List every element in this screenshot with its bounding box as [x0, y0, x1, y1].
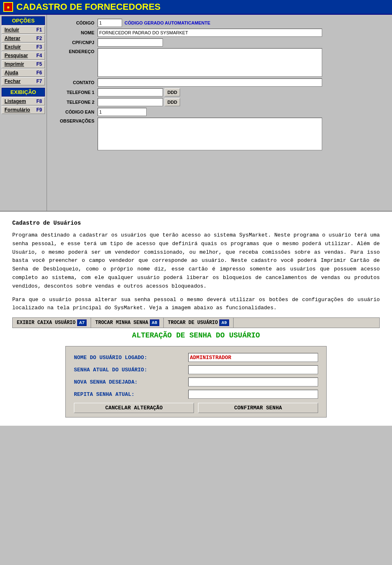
form-panel: CÓDIGO CÓDIGO GERADO AUTOMATICAMENTE NOM…	[47, 15, 392, 211]
pesquisar-label: Pesquisar	[4, 53, 28, 58]
incluir-key: F1	[36, 27, 42, 33]
imprimir-button[interactable]: Imprimir F5	[2, 60, 45, 68]
telefone2-row: TELEFONE 2 DDD	[53, 98, 386, 106]
action-bar: EXIBIR CAIXA USUÁRIO A7 TROCAR MINHA SEN…	[12, 317, 380, 328]
exibir-caixa-button[interactable]: EXIBIR CAIXA USUÁRIO A7	[13, 318, 91, 328]
endereco-textarea[interactable]	[98, 48, 322, 77]
senha-atual-label: SENHA ATUAL DO USUÁRIO:	[74, 367, 188, 373]
trocar-senha-button[interactable]: TROCAR MINHA SENHA A8	[91, 318, 164, 328]
trocar-usuario-label: TROCAR DE USUÁRIO	[168, 320, 218, 326]
codigo-ean-label: CÓDIGO EAN	[53, 109, 98, 114]
doc-paragraph-2: Para que o usuário possa alterar sua sen…	[12, 296, 380, 313]
senha-nome-value: ADMINISTRADOR	[188, 353, 318, 362]
excluir-label: Excluir	[4, 44, 21, 50]
fechar-key: F7	[36, 78, 42, 84]
trocar-senha-key: A8	[150, 319, 159, 326]
alterar-button[interactable]: Alterar F2	[2, 34, 45, 42]
incluir-label: Incluir	[4, 27, 19, 33]
listagem-key: F8	[36, 98, 42, 104]
telefone1-input[interactable]	[98, 88, 163, 96]
contato-row: CONTATO	[53, 78, 386, 87]
telefone1-row: TELEFONE 1 DDD	[53, 88, 386, 96]
repita-senha-row: REPITA SENHA ATUAL:	[74, 390, 318, 399]
fechar-label: Fechar	[4, 78, 20, 84]
telefone2-label: TELEFONE 2	[53, 100, 98, 105]
contato-input[interactable]	[98, 78, 322, 87]
contato-label: CONTATO	[53, 80, 98, 85]
cancelar-alteracao-button[interactable]: CANCELAR ALTERAÇÃO	[74, 403, 194, 413]
title-bar: ■ CADASTRO DE FORNECEDORES	[0, 0, 392, 15]
nome-row: NOME	[53, 29, 386, 37]
formulario-key: F9	[36, 107, 42, 113]
senha-atual-input[interactable]	[188, 365, 318, 374]
trocar-usuario-button[interactable]: TROCAR DE USUÁRIO A9	[164, 318, 234, 328]
ddd1-button[interactable]: DDD	[165, 88, 180, 96]
trocar-senha-label: TROCAR MINHA SENHA	[95, 320, 148, 326]
doc-title: Cadastro de Usuários	[12, 220, 380, 226]
trocar-usuario-key: A9	[219, 319, 229, 326]
nova-senha-label: NOVA SENHA DESEJADA:	[74, 379, 188, 385]
formulario-button[interactable]: Formulário F9	[2, 106, 45, 114]
ajuda-key: F6	[36, 70, 42, 76]
repita-senha-label: REPITA SENHA ATUAL:	[74, 391, 188, 398]
excluir-button[interactable]: Excluir F3	[2, 43, 45, 51]
ddd2-button[interactable]: DDD	[165, 98, 180, 106]
app-icon: ■	[3, 2, 13, 12]
nova-senha-input[interactable]	[188, 377, 318, 386]
excluir-key: F3	[36, 44, 42, 50]
pesquisar-key: F4	[36, 53, 42, 58]
listagem-label: Listagem	[4, 98, 26, 104]
telefone1-label: TELEFONE 1	[53, 90, 98, 95]
senha-title: ALTERAÇÃO DE SENHA DO USUÁRIO	[12, 331, 380, 339]
endereco-label: ENDEREÇO	[53, 48, 98, 54]
nome-label: NOME	[53, 30, 98, 35]
ajuda-button[interactable]: Ajuda F6	[2, 69, 45, 77]
telefone2-input[interactable]	[98, 98, 163, 106]
codigo-ean-input[interactable]	[98, 108, 147, 116]
cpf-label: CPF/CNPJ	[53, 40, 98, 45]
alterar-key: F2	[36, 36, 42, 41]
exibicao-title: EXIBIÇÃO	[2, 88, 45, 96]
fechar-button[interactable]: Fechar F7	[2, 77, 45, 85]
doc-section: Cadastro de Usuários Programa destinado …	[0, 211, 392, 426]
endereco-row: ENDEREÇO	[53, 48, 386, 77]
exibir-caixa-key: A7	[77, 319, 87, 326]
sidebar: OPÇÕES Incluir F1 Alterar F2 Excluir F3 …	[0, 15, 47, 211]
exibir-caixa-label: EXIBIR CAIXA USUÁRIO	[17, 320, 76, 326]
senha-buttons: CANCELAR ALTERAÇÃO CONFIRMAR SENHA	[74, 403, 318, 413]
imprimir-label: Imprimir	[4, 61, 24, 67]
observacoes-row: OBSERVAÇÕES	[53, 118, 386, 150]
opcoes-title: OPÇÕES	[2, 16, 45, 25]
senha-atual-row: SENHA ATUAL DO USUÁRIO:	[74, 365, 318, 374]
cpf-row: CPF/CNPJ	[53, 38, 386, 47]
codigo-input[interactable]	[98, 19, 122, 27]
ajuda-label: Ajuda	[4, 70, 18, 76]
codigo-label: CÓDIGO	[53, 20, 98, 25]
confirmar-senha-button[interactable]: CONFIRMAR SENHA	[198, 403, 318, 413]
alterar-label: Alterar	[4, 36, 20, 41]
senha-nome-row: NOME DO USUÁRIO LOGADO: ADMINISTRADOR	[74, 353, 318, 362]
incluir-button[interactable]: Incluir F1	[2, 26, 45, 34]
imprimir-key: F5	[36, 61, 42, 67]
repita-senha-input[interactable]	[188, 390, 318, 399]
cpf-input[interactable]	[98, 38, 163, 47]
senha-form: NOME DO USUÁRIO LOGADO: ADMINISTRADOR SE…	[65, 346, 327, 418]
codigo-auto-label: CÓDIGO GERADO AUTOMATICAMENTE	[125, 20, 210, 25]
senha-nome-label: NOME DO USUÁRIO LOGADO:	[74, 355, 188, 361]
observacoes-label: OBSERVAÇÕES	[53, 118, 98, 123]
pesquisar-button[interactable]: Pesquisar F4	[2, 51, 45, 60]
listagem-button[interactable]: Listagem F8	[2, 97, 45, 105]
doc-paragraph-1: Programa destinado a cadastrar os usuári…	[12, 231, 380, 291]
nova-senha-row: NOVA SENHA DESEJADA:	[74, 377, 318, 386]
nome-input[interactable]	[98, 29, 322, 37]
observacoes-textarea[interactable]	[98, 118, 322, 150]
codigo-row: CÓDIGO CÓDIGO GERADO AUTOMATICAMENTE	[53, 19, 386, 27]
formulario-label: Formulário	[4, 107, 30, 113]
codigo-ean-row: CÓDIGO EAN	[53, 108, 386, 116]
app-title: CADASTRO DE FORNECEDORES	[16, 2, 160, 12]
